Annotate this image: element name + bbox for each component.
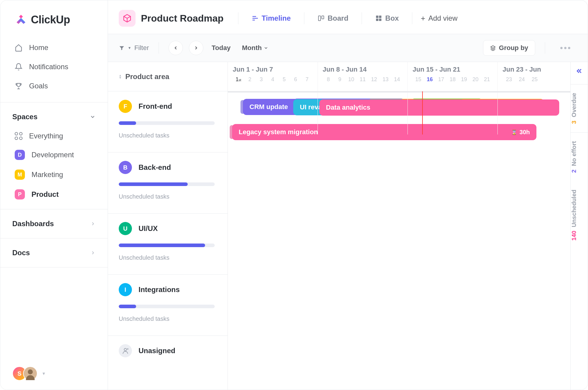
space-badge: P (15, 189, 25, 199)
range-selector[interactable]: Month (242, 44, 268, 52)
dashboards-section[interactable]: Dashboards (0, 213, 108, 235)
project-title: Product Roadmap (141, 13, 224, 24)
primary-nav: Home Notifications Goals (0, 35, 108, 99)
next-button[interactable] (189, 41, 203, 55)
view-tab-label: Box (385, 14, 399, 22)
space-label: Development (31, 151, 74, 159)
day-cell: 10 (345, 76, 357, 83)
day-cell: 20 (470, 76, 481, 83)
unscheduled-link[interactable]: Unscheduled tasks (119, 193, 217, 200)
logo-mark-icon (15, 13, 27, 26)
space-product[interactable]: P Product (7, 185, 100, 204)
more-button[interactable]: ••• (555, 43, 577, 53)
nav-goals[interactable]: Goals (7, 76, 100, 96)
unscheduled-link[interactable]: Unscheduled tasks (119, 132, 217, 139)
today-button[interactable]: Today (212, 44, 231, 52)
day-cell: 3 (255, 76, 267, 83)
lane-uiux[interactable]: U UI/UX Unscheduled tasks (108, 214, 228, 275)
avatar-stack[interactable]: S (12, 366, 37, 381)
view-tab-timeline[interactable]: Timeline (247, 11, 296, 25)
rail-label: Overdue (571, 93, 577, 117)
prev-button[interactable] (169, 41, 183, 55)
week-col: Jun 8 - Jun 14 8 9 10 11 12 13 14 (318, 62, 408, 91)
sidebar: ClickUp Home Notifications Goals Spaces (0, 0, 108, 390)
layers-icon (490, 45, 496, 51)
docs-label: Docs (12, 249, 30, 257)
docs-section[interactable]: Docs (0, 242, 108, 264)
chevron-down-icon (90, 114, 96, 120)
unscheduled-link[interactable]: Unscheduled tasks (119, 254, 217, 261)
svg-rect-6 (379, 19, 381, 21)
timeline-chart[interactable]: Jun 1 - Jun 7 1st 2 3 4 5 6 7 Jun 8 - Ju… (228, 62, 588, 390)
divider (412, 12, 412, 24)
collapse-rail-button[interactable] (576, 67, 583, 75)
add-view-button[interactable]: + Add view (421, 14, 458, 23)
trophy-icon (15, 82, 22, 90)
divider (238, 12, 238, 24)
svg-rect-5 (376, 19, 378, 21)
day-cell: 5 (279, 76, 290, 83)
day-cell: 2 (244, 76, 255, 83)
view-tab-box[interactable]: Box (370, 11, 404, 25)
nav-home[interactable]: Home (7, 38, 100, 57)
cube-icon (123, 14, 132, 23)
week-headers: Jun 1 - Jun 7 1st 2 3 4 5 6 7 Jun 8 - Ju… (228, 62, 588, 91)
lane-badge: B (119, 161, 132, 174)
spaces-header[interactable]: Spaces (0, 106, 108, 126)
lane-frontend[interactable]: F Front-end Unscheduled tasks (108, 91, 228, 152)
rail-overdue[interactable]: 3 Overdue (571, 84, 588, 132)
chevron-down-icon[interactable]: ▼ (42, 371, 46, 376)
day-cell: 23 (503, 76, 515, 83)
day-cell: 17 (435, 76, 447, 83)
rail-label: No effort (571, 141, 577, 166)
nav-notifications-label: Notifications (29, 63, 68, 71)
lane-unassigned[interactable]: Unasigned (108, 336, 228, 378)
lane-unassigned-track (228, 93, 588, 134)
space-everything-label: Everything (29, 132, 63, 140)
divider (0, 238, 108, 238)
column-header[interactable]: ▲▼ Product area (108, 62, 228, 91)
rail-count: 140 (571, 231, 577, 241)
add-view-label: Add view (428, 14, 457, 22)
view-tab-board[interactable]: Board (313, 11, 353, 25)
plus-icon: + (421, 14, 425, 23)
logo[interactable]: ClickUp (0, 0, 108, 35)
range-label: Month (242, 44, 262, 52)
lane-title: Unasigned (139, 347, 175, 355)
divider (0, 209, 108, 209)
rail-noeffort[interactable]: 2 No effort (571, 132, 588, 181)
divider (545, 42, 545, 54)
groupby-button[interactable]: Group by (483, 40, 535, 56)
project-icon[interactable] (119, 10, 136, 27)
everything-icon (15, 132, 22, 140)
day-cell: 12 (369, 76, 380, 83)
day-cell: 7 (301, 76, 313, 83)
svg-rect-2 (322, 16, 324, 19)
nav-notifications[interactable]: Notifications (7, 57, 100, 76)
divider (362, 12, 362, 24)
main: Product Roadmap Timeline Board Box + Add… (108, 0, 588, 390)
box-icon (375, 15, 382, 22)
day-cell: 19 (458, 76, 470, 83)
rail-unscheduled[interactable]: 140 Unscheduled (571, 181, 588, 249)
space-marketing[interactable]: M Marketing (7, 165, 100, 185)
space-badge: D (15, 150, 25, 160)
lane-integrations[interactable]: I Integrations Unscheduled tasks (108, 275, 228, 336)
timeline: ▲▼ Product area F Front-end Unscheduled … (108, 62, 588, 390)
app-root: ClickUp Home Notifications Goals Spaces (0, 0, 588, 390)
view-tab-label: Board (328, 14, 348, 22)
avatar (23, 366, 37, 381)
day-cell: 8 (323, 76, 334, 83)
chevron-right-icon (90, 250, 96, 256)
chevron-right-icon (90, 221, 96, 226)
day-cell: 14 (391, 76, 403, 83)
progress-bar (119, 182, 215, 186)
lane-backend[interactable]: B Back-end Unscheduled tasks (108, 152, 228, 214)
lane-badge: U (119, 222, 132, 235)
divider (159, 42, 159, 54)
svg-rect-3 (376, 16, 378, 18)
space-everything[interactable]: Everything (7, 127, 100, 145)
filter-button[interactable]: ▼ Filter (119, 44, 149, 52)
unscheduled-link[interactable]: Unscheduled tasks (119, 315, 217, 322)
space-development[interactable]: D Development (7, 145, 100, 165)
